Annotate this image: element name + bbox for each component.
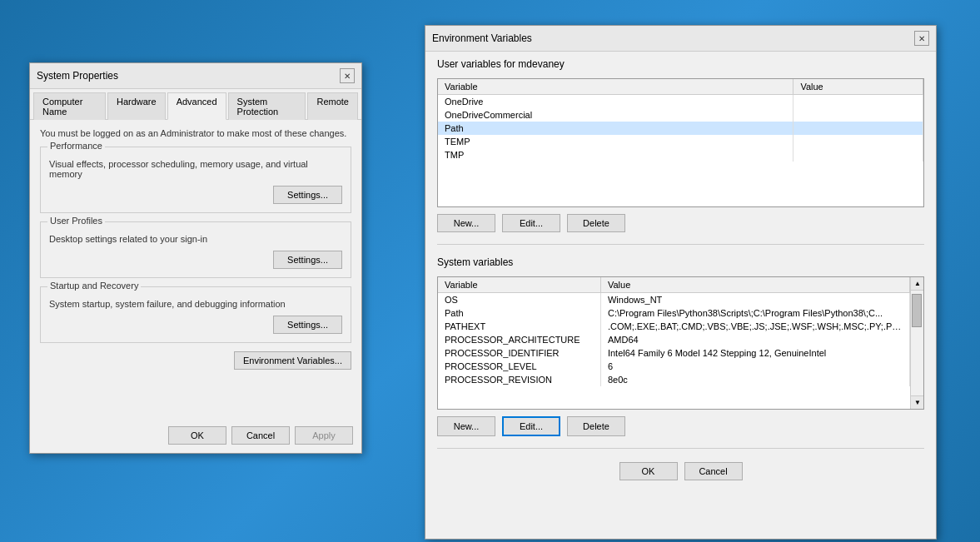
sys-var-variable: PROCESSOR_ARCHITECTURE — [438, 333, 600, 346]
tab-hardware[interactable]: Hardware — [107, 92, 166, 120]
sys-props-content: You must be logged on as an Administrato… — [30, 120, 361, 378]
user-var-col-value: Value — [793, 79, 923, 95]
user-profiles-desc: Desktop settings related to your sign-in — [49, 234, 342, 244]
env-vars-titlebar: Environment Variables ✕ — [425, 26, 936, 52]
user-vars-header: Variable Value — [438, 79, 923, 95]
sys-vars-edit-button[interactable]: Edit... — [502, 416, 560, 436]
sys-var-value: 6 — [600, 360, 909, 373]
sys-var-variable: Path — [438, 306, 600, 320]
user-vars-section-title: User variables for mdevaney — [425, 52, 936, 73]
user-var-value — [793, 122, 923, 135]
sys-var-value: 8e0c — [600, 373, 909, 386]
separator — [437, 244, 924, 245]
env-vars-close-button[interactable]: ✕ — [914, 31, 929, 46]
user-var-variable: TEMP — [438, 135, 793, 148]
tab-advanced[interactable]: Advanced — [167, 92, 226, 120]
sys-vars-table: Variable Value OSWindows_NTPathC:\Progra… — [438, 277, 910, 386]
tab-computer-name[interactable]: Computer Name — [33, 92, 106, 120]
sys-var-row[interactable]: PROCESSOR_LEVEL6 — [438, 360, 910, 373]
env-vars-bottom-buttons: OK Cancel — [425, 454, 936, 489]
user-var-value — [793, 108, 923, 122]
sys-props-ok-button[interactable]: OK — [168, 426, 226, 445]
sys-var-row[interactable]: PATHEXT.COM;.EXE;.BAT;.CMD;.VBS;.VBE;.JS… — [438, 320, 910, 333]
system-properties-window: System Properties ✕ Computer Name Hardwa… — [29, 62, 362, 454]
user-profiles-settings-button[interactable]: Settings... — [273, 251, 342, 269]
sys-var-variable: PROCESSOR_IDENTIFIER — [438, 346, 600, 360]
performance-group: Performance Visual effects, processor sc… — [40, 147, 351, 213]
user-var-value — [793, 135, 923, 148]
sys-props-bottom-buttons: OK Cancel Apply — [168, 426, 353, 445]
user-var-col-variable: Variable — [438, 79, 793, 95]
env-vars-ok-button[interactable]: OK — [619, 462, 678, 480]
user-vars-table-container: Variable Value OneDriveOneDriveCommercia… — [437, 78, 924, 207]
environment-variables-window: Environment Variables ✕ User variables f… — [425, 25, 937, 540]
user-var-row[interactable]: TEMP — [438, 135, 923, 148]
user-vars-new-button[interactable]: New... — [437, 214, 495, 232]
tabs-bar: Computer Name Hardware Advanced System P… — [30, 89, 361, 120]
sys-props-apply-button[interactable]: Apply — [295, 426, 353, 445]
env-vars-title-controls: ✕ — [914, 31, 929, 46]
startup-recovery-settings-button[interactable]: Settings... — [273, 316, 342, 334]
performance-settings-button[interactable]: Settings... — [273, 186, 342, 204]
user-var-row[interactable]: OneDriveCommercial — [438, 108, 923, 122]
user-var-variable: TMP — [438, 148, 793, 162]
user-var-variable: OneDriveCommercial — [438, 108, 793, 122]
user-var-variable: OneDrive — [438, 95, 793, 109]
sys-var-value: AMD64 — [600, 333, 909, 346]
sys-var-value: C:\Program Files\Python38\Scripts\;C:\Pr… — [600, 306, 909, 320]
tab-system-protection[interactable]: System Protection — [228, 92, 306, 120]
system-properties-title: System Properties — [37, 70, 118, 82]
admin-note: You must be logged on as an Administrato… — [40, 128, 351, 138]
env-vars-title: Environment Variables — [432, 32, 532, 44]
sys-var-col-value: Value — [600, 277, 909, 293]
sys-var-row[interactable]: PathC:\Program Files\Python38\Scripts\;C… — [438, 306, 910, 320]
title-bar-controls: ✕ — [340, 68, 355, 83]
scrollbar-track[interactable]: ▲ ▼ — [910, 277, 923, 409]
sys-var-variable: OS — [438, 293, 600, 307]
user-profiles-title: User Profiles — [47, 216, 105, 226]
system-properties-titlebar: System Properties ✕ — [30, 63, 361, 89]
sys-vars-delete-button[interactable]: Delete — [567, 416, 625, 436]
scrollbar-down-button[interactable]: ▼ — [911, 395, 924, 409]
sys-vars-header: Variable Value — [438, 277, 910, 293]
startup-recovery-group: Startup and Recovery System startup, sys… — [40, 286, 351, 343]
user-var-row[interactable]: Path — [438, 122, 923, 135]
user-var-value — [793, 148, 923, 162]
startup-recovery-title: Startup and Recovery — [47, 281, 141, 291]
startup-recovery-desc: System startup, system failure, and debu… — [49, 299, 342, 309]
sys-var-variable: PROCESSOR_REVISION — [438, 373, 600, 386]
user-vars-table: Variable Value OneDriveOneDriveCommercia… — [438, 79, 923, 162]
user-vars-edit-button[interactable]: Edit... — [502, 214, 560, 232]
user-profiles-group: User Profiles Desktop settings related t… — [40, 221, 351, 278]
user-var-value — [793, 95, 923, 109]
sys-var-value: .COM;.EXE;.BAT;.CMD;.VBS;.VBE;.JS;.JSE;.… — [600, 320, 909, 333]
user-vars-body: OneDriveOneDriveCommercialPathTEMPTMP — [438, 95, 923, 162]
sys-vars-new-button[interactable]: New... — [437, 416, 495, 436]
sys-var-variable: PATHEXT — [438, 320, 600, 333]
sys-var-row[interactable]: PROCESSOR_ARCHITECTUREAMD64 — [438, 333, 910, 346]
sys-var-col-variable: Variable — [438, 277, 600, 293]
user-var-row[interactable]: OneDrive — [438, 95, 923, 109]
scrollbar-up-button[interactable]: ▲ — [911, 277, 924, 291]
user-var-variable: Path — [438, 122, 793, 135]
env-vars-cancel-button[interactable]: Cancel — [684, 462, 743, 480]
user-vars-delete-button[interactable]: Delete — [567, 214, 625, 232]
sys-var-variable: PROCESSOR_LEVEL — [438, 360, 600, 373]
performance-title: Performance — [47, 141, 105, 151]
sys-vars-table-container: Variable Value OSWindows_NTPathC:\Progra… — [437, 276, 924, 410]
sys-var-value: Intel64 Family 6 Model 142 Stepping 12, … — [600, 346, 909, 360]
sys-vars-section-title: System variables — [425, 250, 936, 271]
separator-bottom — [437, 448, 924, 449]
sys-var-row[interactable]: OSWindows_NT — [438, 293, 910, 307]
sys-var-row[interactable]: PROCESSOR_IDENTIFIERIntel64 Family 6 Mod… — [438, 346, 910, 360]
environment-variables-button[interactable]: Environment Variables... — [234, 351, 351, 370]
user-var-row[interactable]: TMP — [438, 148, 923, 162]
sys-props-close-button[interactable]: ✕ — [340, 68, 355, 83]
performance-desc: Visual effects, processor scheduling, me… — [49, 159, 342, 179]
sys-var-row[interactable]: PROCESSOR_REVISION8e0c — [438, 373, 910, 386]
sys-vars-body: OSWindows_NTPathC:\Program Files\Python3… — [438, 293, 910, 387]
sys-props-cancel-button[interactable]: Cancel — [231, 426, 290, 445]
sys-vars-buttons: New... Edit... Delete — [425, 410, 936, 443]
scrollbar-thumb[interactable] — [912, 294, 922, 327]
tab-remote[interactable]: Remote — [307, 92, 358, 120]
